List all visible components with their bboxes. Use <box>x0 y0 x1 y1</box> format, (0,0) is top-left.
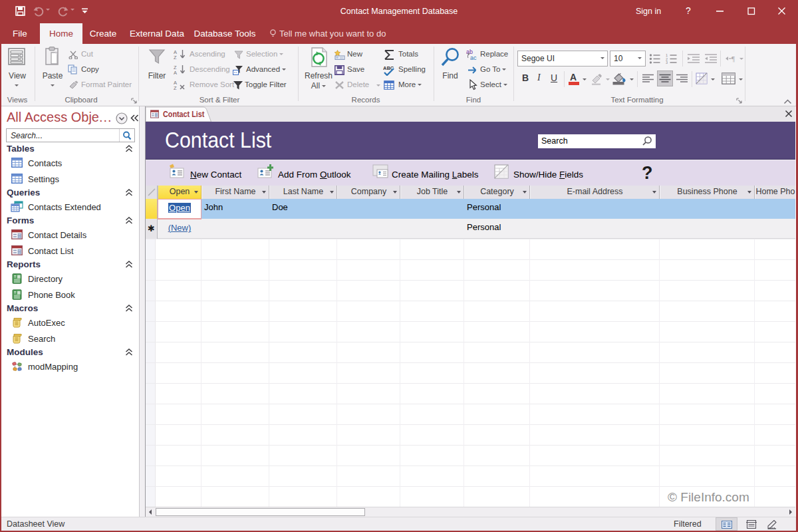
svg-text:¶: ¶ <box>732 55 735 63</box>
svg-text:Z: Z <box>174 55 177 59</box>
svg-text:A: A <box>174 70 177 74</box>
svg-text:Z: Z <box>174 85 177 90</box>
svg-text:ac: ac <box>470 55 477 61</box>
svg-text:3: 3 <box>666 61 668 64</box>
